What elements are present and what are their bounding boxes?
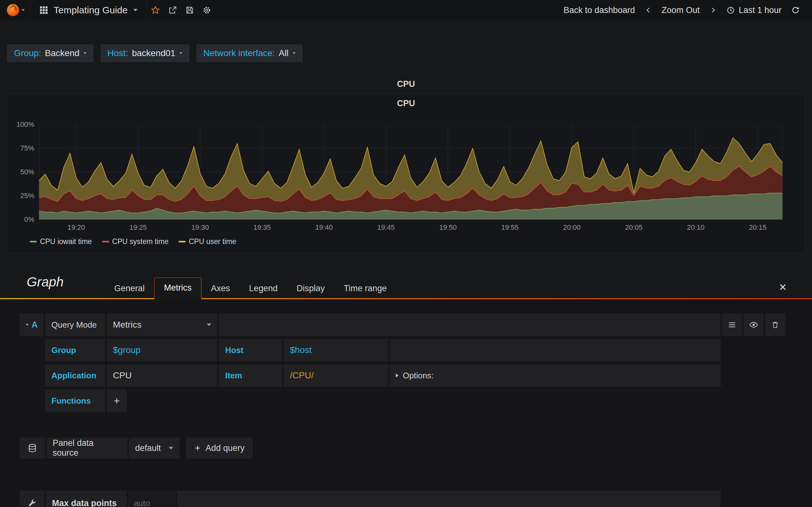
template-var-host[interactable]: Host: backend01 (101, 44, 189, 62)
panel-datasource-label: Panel data source (46, 438, 128, 458)
max-data-points-input[interactable] (134, 498, 170, 507)
datasource-select[interactable]: default (129, 438, 180, 458)
chevron-down-icon (84, 52, 87, 54)
tab-metrics[interactable]: Metrics (154, 278, 201, 299)
template-var-group[interactable]: Group: Backend (7, 44, 94, 62)
chevron-left-icon (645, 6, 652, 14)
tabs-underline (0, 298, 812, 299)
refresh-button[interactable] (791, 6, 800, 14)
template-var-network-interface[interactable]: Network interface: All (196, 44, 303, 62)
x-tick-label: 19:50 (439, 223, 457, 232)
zoom-out-link[interactable]: Zoom Out (662, 5, 700, 15)
item-field-value[interactable]: /CPU/ (284, 364, 388, 387)
datasource-icon-cell (20, 438, 45, 458)
options-toggle[interactable]: Options: (390, 364, 721, 387)
wrench-icon (28, 499, 37, 507)
template-var-value: All (279, 48, 289, 58)
item-field-label: Item (219, 364, 282, 387)
host-field-value[interactable]: $host (284, 339, 388, 361)
query-collapse-toggle[interactable]: A (20, 314, 44, 336)
chevron-down-icon (26, 324, 29, 326)
share-icon (168, 6, 177, 14)
legend-item[interactable]: CPU iowait time (30, 237, 92, 246)
grafana-logo-menu[interactable] (0, 0, 31, 20)
query-row-functions: Functions + (45, 389, 127, 412)
template-var-value: backend01 (132, 48, 175, 58)
close-editor-button[interactable] (776, 280, 790, 294)
template-var-value: Backend (45, 48, 80, 58)
tab-legend[interactable]: Legend (240, 278, 287, 298)
tab-time-range[interactable]: Time range (334, 278, 397, 298)
x-axis: 19:2019:2519:3019:3519:4019:4519:5019:55… (39, 223, 782, 232)
options-icon-cell (20, 491, 44, 507)
legend-label: CPU iowait time (40, 237, 92, 246)
query-row-filler (390, 339, 721, 361)
y-tick-label: 0% (24, 216, 34, 224)
y-tick-label: 100% (16, 120, 34, 129)
star-button[interactable] (147, 0, 164, 20)
grafana-app: Templating Guide Back to dashb (0, 0, 812, 507)
time-shift-forward-button[interactable] (709, 6, 717, 14)
plus-icon: + (114, 395, 120, 407)
refresh-icon (791, 6, 800, 14)
database-icon (28, 443, 37, 453)
y-tick-label: 25% (20, 192, 34, 200)
y-tick-label: 75% (20, 144, 34, 153)
datasource-row: Panel data source default Add query (20, 438, 253, 458)
query-ref-letter: A (32, 320, 38, 330)
x-tick-label: 19:55 (501, 223, 519, 232)
x-tick-label: 20:15 (749, 223, 766, 232)
query-toggle-visibility-button[interactable] (744, 314, 764, 336)
query-mode-select[interactable]: Metrics (107, 314, 217, 336)
save-icon (185, 6, 194, 14)
graph-panel: CPU 0%25%50%75%100% 19:2019:2519:3019:35… (7, 94, 805, 253)
navbar-right-controls: Back to dashboard Zoom Out Last 1 hour (564, 5, 812, 15)
legend-item[interactable]: CPU user time (179, 237, 236, 246)
add-query-label: Add query (206, 443, 245, 453)
query-row-filler (219, 314, 721, 336)
tab-display[interactable]: Display (287, 278, 334, 298)
panel-type-title: Graph (27, 274, 64, 290)
tab-general[interactable]: General (105, 278, 154, 298)
application-field-value[interactable]: CPU (107, 364, 217, 387)
time-shift-back-button[interactable] (645, 6, 652, 14)
clock-icon (726, 6, 735, 14)
chevron-right-icon (396, 374, 398, 377)
query-delete-button[interactable] (765, 314, 785, 336)
x-tick-label: 19:20 (67, 223, 85, 232)
chart-legend: CPU iowait timeCPU system timeCPU user t… (30, 237, 236, 246)
panel-title[interactable]: CPU (0, 75, 812, 93)
back-to-dashboard-link[interactable]: Back to dashboard (564, 5, 635, 15)
navbar: Templating Guide Back to dashb (0, 0, 812, 20)
editor-tabs: General Metrics Axes Legend Display Time… (105, 278, 396, 298)
share-button[interactable] (164, 0, 181, 20)
chevron-right-icon (709, 6, 717, 14)
legend-item[interactable]: CPU system time (102, 237, 169, 246)
settings-button[interactable] (198, 0, 215, 20)
add-function-button[interactable]: + (107, 389, 127, 412)
chart-plot[interactable] (39, 124, 782, 220)
chevron-down-icon (21, 9, 25, 11)
add-query-button[interactable]: Add query (186, 438, 253, 458)
x-tick-label: 19:40 (315, 223, 333, 232)
group-field-value[interactable]: $group (107, 339, 217, 361)
x-tick-label: 20:00 (563, 223, 580, 232)
dashboard-grid-icon (40, 6, 48, 14)
time-range-label: Last 1 hour (739, 5, 781, 15)
menu-icon (728, 321, 736, 329)
dashboard-title-dropdown[interactable]: Templating Guide (31, 0, 147, 20)
tab-axes[interactable]: Axes (201, 278, 240, 298)
save-button[interactable] (181, 0, 198, 20)
max-data-points-label: Max data points (46, 491, 127, 507)
template-var-label: Network interface: (203, 48, 275, 58)
max-data-points-cell (128, 491, 176, 507)
options-row-filler (177, 491, 721, 507)
gear-icon (202, 5, 212, 15)
legend-swatch-icon (102, 241, 109, 242)
x-tick-label: 19:45 (377, 223, 395, 232)
query-row-a: A Query Mode Metrics (20, 314, 785, 336)
time-range-picker[interactable]: Last 1 hour (726, 5, 781, 15)
legend-label: CPU user time (189, 237, 236, 246)
metrics-options-row: Max data points (20, 491, 721, 507)
query-menu-button[interactable] (722, 314, 742, 336)
